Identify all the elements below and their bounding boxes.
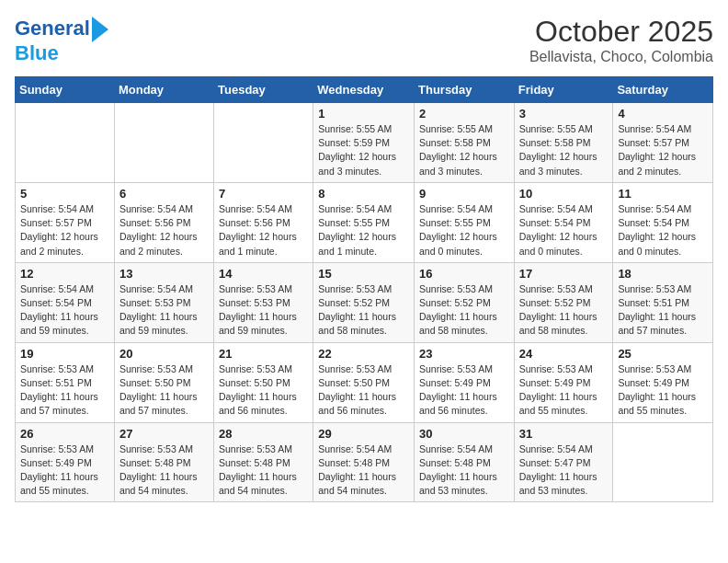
day-number: 31: [519, 427, 609, 441]
day-number: 21: [219, 347, 308, 361]
calendar-cell: [613, 422, 713, 502]
day-number: 12: [20, 267, 109, 281]
day-number: 24: [519, 347, 609, 361]
calendar-cell: 24Sunrise: 5:53 AM Sunset: 5:49 PM Dayli…: [514, 342, 613, 422]
calendar-cell: 1Sunrise: 5:55 AM Sunset: 5:59 PM Daylig…: [313, 103, 415, 183]
day-info: Sunrise: 5:55 AM Sunset: 5:59 PM Dayligh…: [318, 122, 409, 178]
day-info: Sunrise: 5:54 AM Sunset: 5:48 PM Dayligh…: [419, 442, 509, 499]
day-number: 28: [219, 427, 308, 441]
day-info: Sunrise: 5:53 AM Sunset: 5:49 PM Dayligh…: [20, 442, 109, 499]
day-number: 25: [618, 347, 708, 361]
day-info: Sunrise: 5:54 AM Sunset: 5:47 PM Dayligh…: [519, 442, 609, 499]
day-info: Sunrise: 5:54 AM Sunset: 5:57 PM Dayligh…: [618, 122, 708, 178]
calendar-cell: 12Sunrise: 5:54 AM Sunset: 5:54 PM Dayli…: [16, 262, 115, 342]
day-number: 6: [119, 187, 209, 201]
day-number: 16: [419, 267, 509, 281]
day-number: 18: [618, 267, 708, 281]
calendar-cell: 21Sunrise: 5:53 AM Sunset: 5:50 PM Dayli…: [214, 342, 313, 422]
location-subtitle: Bellavista, Choco, Colombia: [529, 49, 713, 65]
weekday-header: Wednesday: [313, 77, 415, 103]
day-info: Sunrise: 5:55 AM Sunset: 5:58 PM Dayligh…: [419, 122, 509, 178]
calendar-cell: 26Sunrise: 5:53 AM Sunset: 5:49 PM Dayli…: [16, 422, 115, 502]
day-info: Sunrise: 5:53 AM Sunset: 5:50 PM Dayligh…: [318, 362, 409, 419]
logo-text: General: [15, 17, 90, 40]
day-info: Sunrise: 5:53 AM Sunset: 5:50 PM Dayligh…: [119, 362, 209, 419]
calendar-cell: 25Sunrise: 5:53 AM Sunset: 5:49 PM Dayli…: [613, 342, 713, 422]
calendar-cell: 9Sunrise: 5:54 AM Sunset: 5:55 PM Daylig…: [415, 182, 515, 262]
day-info: Sunrise: 5:54 AM Sunset: 5:48 PM Dayligh…: [318, 442, 409, 499]
day-info: Sunrise: 5:53 AM Sunset: 5:52 PM Dayligh…: [318, 282, 409, 339]
day-number: 19: [20, 347, 109, 361]
calendar-week-row: 19Sunrise: 5:53 AM Sunset: 5:51 PM Dayli…: [16, 342, 713, 422]
day-number: 13: [119, 267, 209, 281]
title-block: October 2025 Bellavista, Choco, Colombia: [529, 15, 713, 65]
weekday-header: Thursday: [415, 77, 515, 103]
calendar-week-row: 12Sunrise: 5:54 AM Sunset: 5:54 PM Dayli…: [16, 262, 713, 342]
weekday-header-row: SundayMondayTuesdayWednesdayThursdayFrid…: [16, 77, 713, 103]
day-info: Sunrise: 5:53 AM Sunset: 5:49 PM Dayligh…: [519, 362, 609, 419]
calendar-cell: 18Sunrise: 5:53 AM Sunset: 5:51 PM Dayli…: [613, 262, 713, 342]
day-number: 10: [519, 187, 609, 201]
day-number: 3: [519, 107, 609, 121]
calendar-cell: [16, 103, 115, 183]
calendar-cell: [214, 103, 313, 183]
calendar-week-row: 1Sunrise: 5:55 AM Sunset: 5:59 PM Daylig…: [16, 103, 713, 183]
day-info: Sunrise: 5:53 AM Sunset: 5:48 PM Dayligh…: [119, 442, 209, 499]
calendar-cell: 11Sunrise: 5:54 AM Sunset: 5:54 PM Dayli…: [613, 182, 713, 262]
calendar-cell: 8Sunrise: 5:54 AM Sunset: 5:55 PM Daylig…: [313, 182, 415, 262]
day-info: Sunrise: 5:54 AM Sunset: 5:56 PM Dayligh…: [219, 202, 308, 259]
calendar-cell: 2Sunrise: 5:55 AM Sunset: 5:58 PM Daylig…: [415, 103, 515, 183]
calendar-cell: 30Sunrise: 5:54 AM Sunset: 5:48 PM Dayli…: [415, 422, 515, 502]
day-info: Sunrise: 5:55 AM Sunset: 5:58 PM Dayligh…: [519, 122, 609, 178]
day-number: 26: [20, 427, 109, 441]
day-number: 2: [419, 107, 509, 121]
calendar-cell: 13Sunrise: 5:54 AM Sunset: 5:53 PM Dayli…: [114, 262, 213, 342]
calendar-week-row: 26Sunrise: 5:53 AM Sunset: 5:49 PM Dayli…: [16, 422, 713, 502]
day-number: 9: [419, 187, 509, 201]
day-number: 23: [419, 347, 509, 361]
day-info: Sunrise: 5:53 AM Sunset: 5:50 PM Dayligh…: [219, 362, 308, 419]
day-number: 22: [318, 347, 409, 361]
day-number: 30: [419, 427, 509, 441]
calendar-cell: 10Sunrise: 5:54 AM Sunset: 5:54 PM Dayli…: [514, 182, 613, 262]
calendar-cell: 6Sunrise: 5:54 AM Sunset: 5:56 PM Daylig…: [114, 182, 213, 262]
day-info: Sunrise: 5:53 AM Sunset: 5:52 PM Dayligh…: [519, 282, 609, 339]
calendar-week-row: 5Sunrise: 5:54 AM Sunset: 5:57 PM Daylig…: [16, 182, 713, 262]
day-info: Sunrise: 5:54 AM Sunset: 5:53 PM Dayligh…: [119, 282, 209, 339]
day-info: Sunrise: 5:53 AM Sunset: 5:51 PM Dayligh…: [618, 282, 708, 339]
month-title: October 2025: [529, 15, 713, 49]
calendar-table: SundayMondayTuesdayWednesdayThursdayFrid…: [15, 76, 713, 502]
day-number: 5: [20, 187, 109, 201]
day-info: Sunrise: 5:53 AM Sunset: 5:49 PM Dayligh…: [419, 362, 509, 419]
day-info: Sunrise: 5:53 AM Sunset: 5:49 PM Dayligh…: [618, 362, 708, 419]
calendar-cell: 4Sunrise: 5:54 AM Sunset: 5:57 PM Daylig…: [613, 103, 713, 183]
calendar-cell: 29Sunrise: 5:54 AM Sunset: 5:48 PM Dayli…: [313, 422, 415, 502]
day-number: 4: [618, 107, 708, 121]
calendar-cell: [114, 103, 213, 183]
day-info: Sunrise: 5:54 AM Sunset: 5:54 PM Dayligh…: [20, 282, 109, 339]
day-number: 15: [318, 267, 409, 281]
weekday-header: Sunday: [16, 77, 115, 103]
day-number: 29: [318, 427, 409, 441]
calendar-cell: 3Sunrise: 5:55 AM Sunset: 5:58 PM Daylig…: [514, 103, 613, 183]
calendar-cell: 16Sunrise: 5:53 AM Sunset: 5:52 PM Dayli…: [415, 262, 515, 342]
day-info: Sunrise: 5:53 AM Sunset: 5:52 PM Dayligh…: [419, 282, 509, 339]
day-info: Sunrise: 5:54 AM Sunset: 5:55 PM Dayligh…: [419, 202, 509, 259]
calendar-cell: 22Sunrise: 5:53 AM Sunset: 5:50 PM Dayli…: [313, 342, 415, 422]
calendar-cell: 31Sunrise: 5:54 AM Sunset: 5:47 PM Dayli…: [514, 422, 613, 502]
weekday-header: Saturday: [613, 77, 713, 103]
calendar-cell: 7Sunrise: 5:54 AM Sunset: 5:56 PM Daylig…: [214, 182, 313, 262]
day-info: Sunrise: 5:54 AM Sunset: 5:57 PM Dayligh…: [20, 202, 109, 259]
calendar-cell: 15Sunrise: 5:53 AM Sunset: 5:52 PM Dayli…: [313, 262, 415, 342]
day-number: 17: [519, 267, 609, 281]
day-number: 1: [318, 107, 409, 121]
calendar-cell: 17Sunrise: 5:53 AM Sunset: 5:52 PM Dayli…: [514, 262, 613, 342]
logo: General Blue: [15, 15, 108, 64]
weekday-header: Tuesday: [214, 77, 313, 103]
day-info: Sunrise: 5:54 AM Sunset: 5:54 PM Dayligh…: [519, 202, 609, 259]
calendar-cell: 27Sunrise: 5:53 AM Sunset: 5:48 PM Dayli…: [114, 422, 213, 502]
day-number: 20: [119, 347, 209, 361]
day-info: Sunrise: 5:53 AM Sunset: 5:51 PM Dayligh…: [20, 362, 109, 419]
day-info: Sunrise: 5:54 AM Sunset: 5:55 PM Dayligh…: [318, 202, 409, 259]
logo-arrow-icon: [92, 17, 108, 42]
